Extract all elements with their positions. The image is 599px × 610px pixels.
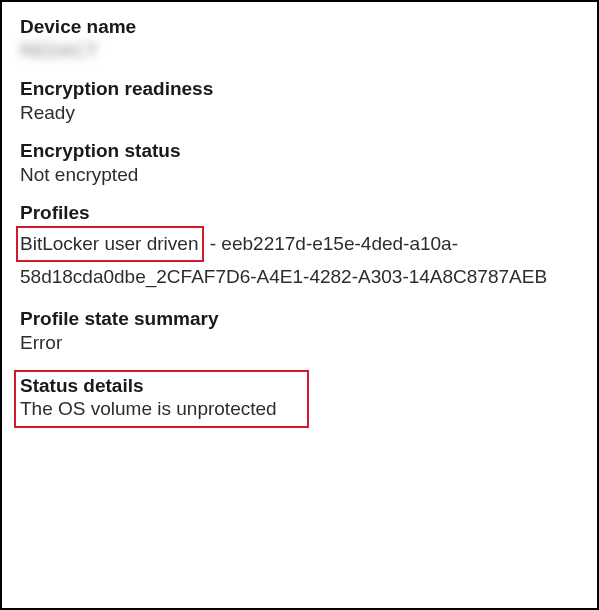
status-details-value: The OS volume is unprotected	[20, 398, 277, 420]
profile-state-summary-value: Error	[20, 332, 579, 354]
profiles-value: BitLocker user driven - eeb2217d-e15e-4d…	[20, 226, 579, 292]
encryption-status-section: Encryption status Not encrypted	[20, 140, 579, 186]
encryption-status-value: Not encrypted	[20, 164, 579, 186]
encryption-readiness-section: Encryption readiness Ready	[20, 78, 579, 124]
profile-name-highlight: BitLocker user driven	[16, 226, 204, 262]
encryption-status-label: Encryption status	[20, 140, 579, 162]
profiles-label: Profiles	[20, 202, 579, 224]
device-name-value: REDACT	[20, 40, 98, 62]
profile-separator: -	[204, 233, 221, 254]
encryption-readiness-label: Encryption readiness	[20, 78, 579, 100]
profile-state-summary-label: Profile state summary	[20, 308, 579, 330]
profiles-section: Profiles BitLocker user driven - eeb2217…	[20, 202, 579, 292]
profile-state-summary-section: Profile state summary Error	[20, 308, 579, 354]
device-name-section: Device name REDACT	[20, 16, 579, 62]
status-details-label: Status details	[20, 375, 277, 397]
status-details-highlight: Status details The OS volume is unprotec…	[14, 370, 309, 428]
encryption-readiness-value: Ready	[20, 102, 579, 124]
device-name-label: Device name	[20, 16, 579, 38]
